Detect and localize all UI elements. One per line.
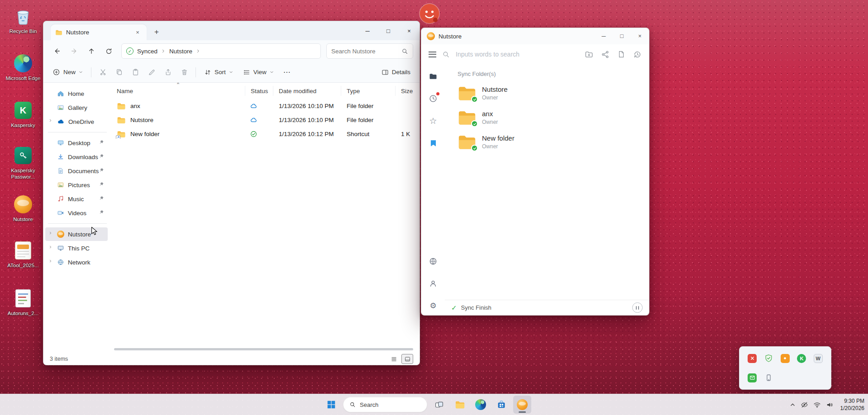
cut-button[interactable] [95, 65, 110, 80]
file-row[interactable]: New folder 1/13/2026 10:12 PM Shortcut 1… [111, 127, 420, 141]
menu-icon[interactable] [429, 52, 436, 57]
list-view-toggle[interactable] [388, 354, 400, 364]
sidebar-item-this-pc[interactable]: This PC [45, 241, 108, 255]
sort-button[interactable]: Sort [200, 65, 238, 80]
sync-folder-item[interactable]: Nutstore Owner [458, 85, 642, 102]
rail-folders-icon[interactable] [428, 71, 438, 81]
paste-button[interactable] [128, 65, 143, 80]
column-header-date[interactable]: Date modified [273, 86, 341, 96]
maximize-button[interactable]: □ [613, 28, 631, 44]
sidebar-item-downloads[interactable]: Downloads [45, 150, 108, 164]
rail-favorites-icon[interactable]: ☆ [428, 116, 438, 126]
sidebar-item-home[interactable]: Home [45, 87, 108, 100]
more-options-button[interactable]: ⋯ [279, 65, 295, 80]
rail-web-icon[interactable] [428, 256, 438, 266]
view-button[interactable]: View [238, 65, 278, 80]
desktop-icon-nutstore[interactable]: Nutstore [4, 194, 43, 222]
column-header-size[interactable]: Size [396, 86, 420, 96]
horizontal-scrollbar[interactable] [43, 346, 420, 352]
explorer-search[interactable] [326, 43, 413, 59]
desktop-icon-kaspersky[interactable]: K Kaspersky [4, 100, 43, 128]
rail-recent-icon[interactable] [428, 94, 438, 104]
back-button[interactable] [50, 44, 64, 58]
desktop-icon-kaspersky-password[interactable]: Kaspersky Passwor... [4, 146, 43, 180]
taskbar-edge[interactable] [472, 396, 490, 414]
network-wifi-icon[interactable] [813, 401, 821, 409]
nutstore-icon [57, 231, 64, 238]
sidebar-item-music[interactable]: Music [45, 192, 108, 206]
share-button[interactable] [160, 65, 176, 80]
task-view-button[interactable] [430, 396, 448, 414]
sidebar-item-gallery[interactable]: Gallery [45, 101, 108, 114]
history-button[interactable] [633, 50, 642, 59]
maximize-button[interactable]: □ [378, 21, 399, 40]
sidebar-item-documents[interactable]: Documents [45, 164, 108, 178]
details-pane-button[interactable]: Details [377, 65, 415, 80]
close-button[interactable]: × [399, 21, 420, 40]
close-button[interactable]: × [631, 28, 649, 44]
tab-close-icon[interactable]: × [133, 28, 142, 37]
taskbar-nutstore[interactable] [513, 396, 531, 414]
column-header-name[interactable]: ∧ Name [111, 86, 245, 96]
minimize-button[interactable]: ─ [595, 28, 613, 44]
forward-button[interactable] [67, 44, 81, 58]
refresh-button[interactable] [101, 44, 116, 58]
tray-expand-chevron-icon[interactable] [790, 402, 796, 408]
taskbar-store[interactable] [492, 396, 510, 414]
sidebar-item-videos[interactable]: Videos [45, 206, 108, 220]
explorer-search-input[interactable] [331, 48, 399, 55]
breadcrumb-folder[interactable]: Nutstore [169, 48, 192, 55]
nutstore-avatar-icon[interactable] [419, 3, 440, 24]
desktop-icon-atool[interactable]: ATool_2025... [4, 241, 43, 269]
tray-kaspersky-icon[interactable]: K [796, 354, 806, 363]
tray-wps-icon[interactable]: W [813, 354, 823, 363]
sort-icon [204, 69, 211, 76]
file-row[interactable]: anx 1/13/2026 10:10 PM File folder [111, 99, 420, 113]
desktop-icon-edge[interactable]: Microsoft Edge [4, 53, 43, 81]
breadcrumb[interactable]: ✓ Synced Nutstore [121, 43, 321, 59]
gallery-icon [57, 104, 64, 111]
rail-settings-icon[interactable]: ⚙ [428, 301, 438, 311]
tray-phone-icon[interactable] [764, 373, 774, 383]
taskbar-search[interactable]: Search [343, 397, 427, 412]
nutstore-titlebar[interactable]: Nutstore ─ □ × [421, 28, 649, 44]
privacy-eye-icon[interactable] [801, 401, 808, 409]
minimize-button[interactable]: ─ [357, 21, 378, 40]
file-row[interactable]: Nutstore 1/13/2026 10:10 PM File folder [111, 113, 420, 127]
explorer-tab[interactable]: Nutstore × [51, 24, 147, 40]
desktop-icon-recycle-bin[interactable]: Recycle Bin [4, 6, 43, 34]
rail-account-icon[interactable] [428, 278, 438, 288]
up-button[interactable] [84, 44, 99, 58]
tray-red-app-icon[interactable] [747, 354, 757, 363]
taskbar-clock[interactable]: 9:30 PM 1/20/2026 [840, 397, 864, 412]
sidebar-item-desktop[interactable]: Desktop [45, 136, 108, 150]
share-button[interactable] [601, 50, 610, 59]
nutstore-search-input[interactable] [456, 51, 579, 58]
rename-button[interactable] [144, 65, 159, 80]
delete-button[interactable] [176, 65, 192, 80]
sidebar-item-network[interactable]: Network [45, 255, 108, 269]
pause-sync-button[interactable] [632, 302, 643, 313]
new-button[interactable]: New [48, 65, 87, 80]
column-header-type[interactable]: Type [341, 86, 396, 96]
start-button[interactable] [322, 396, 340, 414]
copy-button[interactable] [111, 65, 127, 80]
tray-orange-app-icon[interactable] [780, 354, 790, 363]
sidebar-item-onedrive[interactable]: OneDrive [45, 115, 108, 128]
new-folder-button[interactable] [585, 50, 593, 59]
tray-mail-icon[interactable] [747, 373, 757, 383]
sync-folder-item[interactable]: New folder Owner [458, 133, 642, 151]
sync-folder-item[interactable]: anx Owner [458, 109, 642, 126]
breadcrumb-sync-state[interactable]: Synced [137, 48, 157, 55]
sidebar-item-pictures[interactable]: Pictures [45, 178, 108, 192]
new-file-button[interactable] [617, 50, 625, 58]
large-view-toggle[interactable] [401, 354, 413, 364]
volume-icon[interactable] [826, 401, 834, 409]
new-tab-button[interactable]: + [150, 26, 163, 38]
column-header-status[interactable]: Status [245, 86, 273, 96]
tray-shield-icon[interactable] [764, 354, 774, 363]
rail-labels-icon[interactable] [428, 138, 438, 148]
explorer-titlebar[interactable]: Nutstore × + ─ □ × [43, 21, 420, 40]
desktop-icon-autoruns[interactable]: Autoruns_2... [4, 288, 43, 316]
taskbar-file-explorer[interactable] [451, 396, 469, 414]
